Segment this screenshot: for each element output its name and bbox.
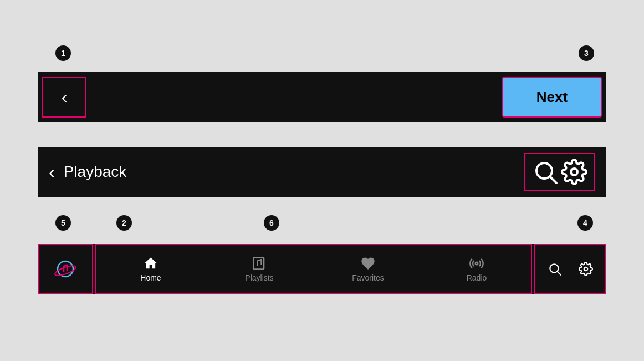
favorites-icon — [360, 256, 376, 271]
badge-3: 3 — [579, 45, 594, 61]
nav-item-playlists[interactable]: Playlists — [205, 245, 314, 293]
svg-point-9 — [584, 267, 588, 271]
playback-left: ‹ Playback — [49, 162, 126, 182]
search-icon-nav — [548, 262, 562, 276]
home-icon — [143, 256, 159, 271]
back-button-playback[interactable]: ‹ — [49, 162, 55, 182]
svg-line-1 — [550, 177, 556, 183]
bottom-nav-bar: Home Playlists Favorites Radio — [38, 244, 606, 294]
playlists-label: Playlists — [245, 273, 273, 282]
svg-point-2 — [571, 169, 577, 175]
nav-item-radio[interactable]: Radio — [422, 245, 531, 293]
playlists-icon — [252, 256, 267, 271]
badge-2: 2 — [116, 215, 132, 231]
nav-item-home[interactable]: Home — [96, 245, 205, 293]
chevron-left-icon: ‹ — [62, 87, 68, 108]
badge-4: 4 — [577, 215, 593, 231]
gear-icon — [561, 159, 587, 185]
playback-bar: ‹ Playback — [38, 147, 606, 197]
search-icon — [532, 159, 559, 185]
nav-item-favorites[interactable]: Favorites — [314, 245, 422, 293]
home-label: Home — [140, 273, 161, 282]
logo-icon — [50, 254, 80, 284]
search-button-nav[interactable] — [541, 256, 568, 282]
next-button[interactable]: Next — [502, 77, 602, 118]
gear-icon-nav — [579, 262, 593, 276]
badge-6: 6 — [264, 215, 279, 231]
nav-items: Home Playlists Favorites Radio — [95, 244, 532, 294]
nav-right-controls — [534, 244, 606, 294]
svg-line-8 — [558, 272, 561, 275]
svg-rect-5 — [254, 258, 264, 270]
search-button-playback[interactable] — [532, 159, 559, 185]
svg-point-6 — [476, 262, 478, 265]
badge-1: 1 — [55, 45, 71, 61]
badge-5: 5 — [55, 215, 71, 231]
back-button-top[interactable]: ‹ — [42, 77, 86, 118]
playback-right-controls — [524, 153, 595, 191]
top-bar: ‹ Next — [38, 72, 606, 122]
radio-label: Radio — [467, 273, 487, 282]
chevron-left-icon-playback: ‹ — [49, 162, 55, 182]
playback-title: Playback — [64, 163, 127, 181]
favorites-label: Favorites — [352, 273, 384, 282]
radio-icon — [469, 256, 484, 271]
settings-button-nav[interactable] — [573, 256, 599, 282]
logo-area — [38, 244, 93, 294]
settings-button-playback[interactable] — [561, 159, 587, 185]
